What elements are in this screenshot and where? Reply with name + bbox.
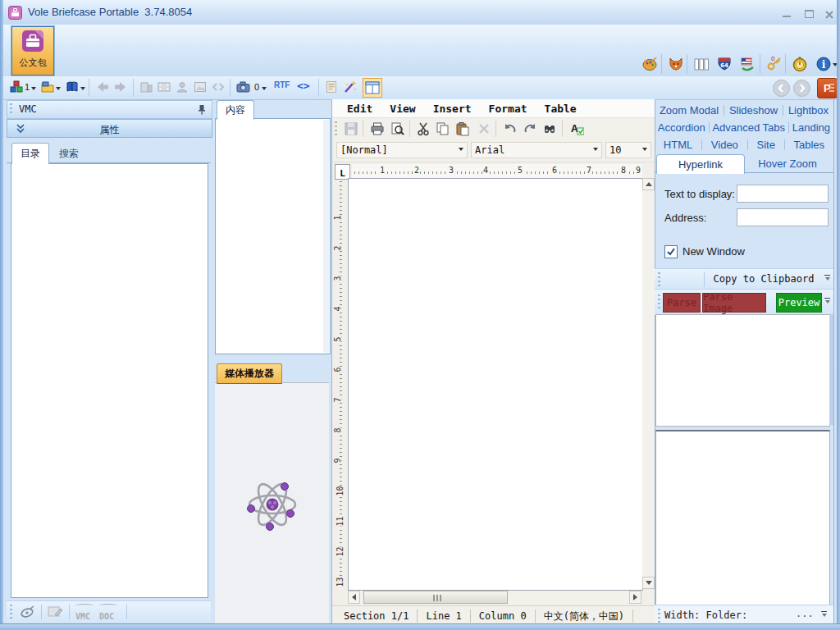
address-input[interactable] bbox=[737, 208, 829, 226]
cut-icon[interactable] bbox=[416, 121, 431, 136]
next-page-button[interactable] bbox=[793, 80, 810, 97]
tab-hover-zoom[interactable]: Hover Zoom bbox=[746, 155, 829, 172]
print-preview-icon[interactable] bbox=[390, 121, 404, 136]
briefcase-button[interactable]: 公文包 bbox=[11, 26, 54, 75]
preview-button[interactable]: Preview bbox=[776, 293, 822, 313]
paste-icon[interactable] bbox=[455, 121, 470, 136]
font-combo[interactable]: Arial bbox=[471, 142, 602, 158]
snapshot-camera-icon[interactable] bbox=[236, 80, 250, 94]
scheme-dropdown-icon[interactable] bbox=[31, 87, 36, 93]
print-icon[interactable] bbox=[370, 121, 385, 136]
interstate-64-icon[interactable]: 64 bbox=[716, 56, 733, 72]
tab-content[interactable]: 内容 bbox=[217, 100, 254, 120]
svg-text:64: 64 bbox=[720, 62, 728, 69]
prev-page-button[interactable] bbox=[773, 80, 790, 97]
ellipsis-button[interactable]: ... bbox=[796, 608, 814, 619]
tab-lightbox[interactable]: Lightbox bbox=[788, 104, 829, 116]
content-scrollbar[interactable] bbox=[323, 120, 329, 353]
tab-accordion[interactable]: Accordion bbox=[658, 121, 705, 134]
fox-icon[interactable] bbox=[668, 56, 684, 72]
tab-catalog[interactable]: 目录 bbox=[11, 143, 49, 164]
columns-view-icon[interactable] bbox=[693, 56, 710, 72]
save-icon[interactable] bbox=[344, 121, 358, 136]
user-icon[interactable] bbox=[176, 80, 189, 94]
html-page-icon[interactable] bbox=[325, 80, 338, 94]
undo-icon[interactable] bbox=[503, 121, 518, 136]
save-folder-icon[interactable] bbox=[41, 80, 54, 94]
tab-site[interactable]: Site bbox=[756, 139, 774, 151]
tab-advanced-tabs[interactable]: Advanced Tabs bbox=[712, 121, 785, 134]
vmc-mode-button[interactable]: VMC bbox=[75, 604, 94, 623]
catalog-list[interactable] bbox=[11, 163, 208, 598]
tab-slideshow[interactable]: Slideshow bbox=[729, 104, 778, 116]
locale-flag-icon[interactable] bbox=[739, 56, 756, 72]
tab-html[interactable]: HTML bbox=[664, 139, 692, 151]
tab-tables[interactable]: Tables bbox=[794, 139, 825, 151]
tab-video[interactable]: Video bbox=[711, 139, 738, 151]
editor-hscrollbar[interactable] bbox=[348, 591, 641, 604]
scroll-left-button[interactable] bbox=[348, 591, 360, 604]
delete-icon[interactable] bbox=[477, 121, 491, 136]
new-window-label: New Window bbox=[682, 245, 745, 258]
copy-icon[interactable] bbox=[436, 121, 450, 136]
tab-hyperlink[interactable]: Hyperlink bbox=[656, 154, 745, 174]
info-icon[interactable]: i bbox=[815, 56, 832, 72]
parse-toolbar-overflow[interactable] bbox=[822, 294, 833, 309]
close-button[interactable] bbox=[822, 8, 837, 20]
parse-image-button[interactable]: Parse Image bbox=[702, 293, 766, 313]
hscroll-thumb[interactable] bbox=[363, 591, 508, 604]
movie-icon[interactable] bbox=[158, 80, 171, 94]
menu-edit[interactable]: Edit bbox=[347, 103, 372, 115]
powerpoint-icon[interactable]: P bbox=[817, 78, 838, 98]
menu-view[interactable]: View bbox=[390, 103, 415, 115]
tab-media-player[interactable]: 媒体播放器 bbox=[217, 363, 282, 384]
theme-palette-icon[interactable] bbox=[641, 56, 658, 72]
size-combo[interactable]: 10 bbox=[605, 142, 651, 158]
pin-icon[interactable] bbox=[197, 104, 207, 115]
copy-toolbar-overflow[interactable] bbox=[822, 272, 833, 286]
source-code-icon[interactable]: <> bbox=[297, 80, 310, 92]
stopwatch-icon[interactable] bbox=[792, 56, 808, 72]
menu-table[interactable]: Table bbox=[545, 103, 577, 115]
properties-bar[interactable]: 属性 bbox=[7, 119, 212, 138]
scroll-right-button[interactable] bbox=[629, 591, 641, 604]
wizard-icon[interactable] bbox=[343, 80, 357, 94]
editor-vscrollbar[interactable] bbox=[642, 178, 655, 589]
doc-mode-button[interactable]: DOC bbox=[99, 604, 117, 623]
text-to-display-input[interactable] bbox=[737, 185, 829, 203]
satellite-icon[interactable] bbox=[20, 605, 36, 619]
tab-landing[interactable]: Landing bbox=[792, 121, 830, 134]
scroll-up-button[interactable] bbox=[642, 178, 655, 190]
minimize-button[interactable] bbox=[779, 8, 794, 20]
scroll-down-button[interactable] bbox=[642, 577, 655, 589]
split-view-toggle[interactable] bbox=[363, 78, 382, 98]
spellcheck-icon[interactable]: A bbox=[569, 121, 584, 136]
style-combo[interactable]: [Normal] bbox=[336, 142, 468, 158]
rtf-mode-icon[interactable]: RTF bbox=[274, 80, 290, 89]
menu-insert[interactable]: Insert bbox=[433, 103, 472, 115]
book-dropdown-icon[interactable] bbox=[80, 87, 85, 93]
tab-zoom-modal[interactable]: Zoom Modal bbox=[660, 104, 719, 116]
maximize-button[interactable] bbox=[801, 8, 816, 20]
redo-icon[interactable] bbox=[523, 121, 537, 136]
copy-to-clipboard-button[interactable]: Copy to Clipbaord bbox=[707, 271, 820, 288]
snapshot-dropdown-icon[interactable] bbox=[262, 87, 267, 93]
parse-button[interactable]: Parse bbox=[663, 293, 701, 313]
find-icon[interactable] bbox=[542, 121, 557, 136]
smart-edit-icon[interactable] bbox=[48, 605, 64, 619]
book-icon[interactable] bbox=[66, 80, 79, 94]
new-window-checkbox[interactable] bbox=[664, 245, 678, 258]
tab-search[interactable]: 搜索 bbox=[51, 144, 87, 162]
code-view-disabled-icon[interactable] bbox=[212, 80, 225, 94]
back-icon[interactable] bbox=[95, 80, 110, 94]
organizer-icon[interactable] bbox=[139, 80, 153, 94]
document-canvas[interactable] bbox=[348, 178, 643, 591]
save-folder-dropdown-icon[interactable] bbox=[56, 87, 61, 93]
image-icon[interactable] bbox=[194, 80, 207, 94]
forward-icon[interactable] bbox=[113, 80, 128, 94]
footer-overflow[interactable] bbox=[819, 608, 829, 623]
content-textarea[interactable] bbox=[215, 118, 331, 354]
menu-format[interactable]: Format bbox=[489, 103, 527, 115]
keys-icon[interactable]: 0 bbox=[766, 56, 783, 72]
scheme-blocks-icon[interactable] bbox=[10, 80, 23, 94]
